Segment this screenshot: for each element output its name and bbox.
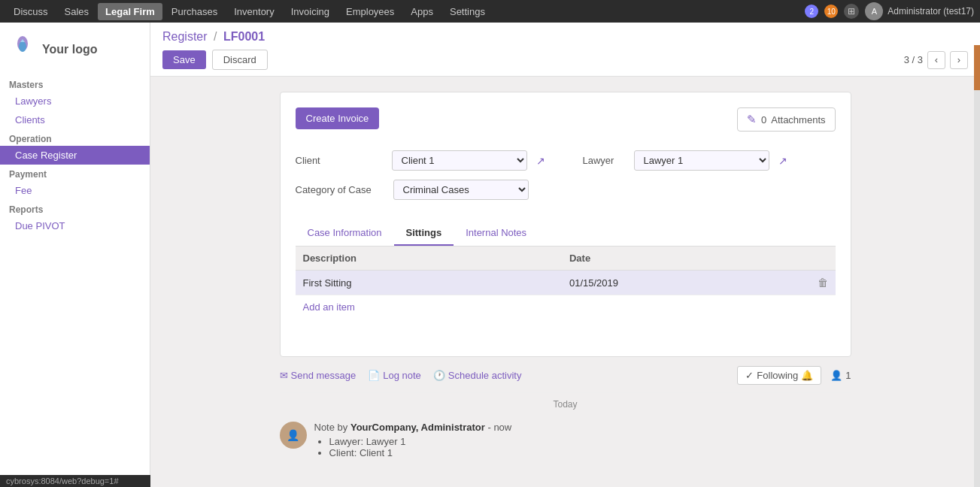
section-payment: Payment — [0, 165, 150, 181]
sittings-table: Description Date First Sitting 01/15/201… — [296, 247, 836, 295]
grid-icon[interactable]: ⊞ — [844, 4, 859, 19]
discuss-badge[interactable]: 2 — [805, 5, 818, 18]
note-avatar: 👤 — [280, 422, 307, 449]
checkmark-icon: ✓ — [745, 370, 754, 381]
chatter-area: ✉ Send message 📄 Log note 🕐 Schedule act… — [280, 366, 851, 458]
add-item-link[interactable]: Add an item — [296, 295, 836, 319]
client-field-group: Client Client 1 ↗ — [296, 150, 545, 171]
delete-sitting-button[interactable]: 🗑 — [818, 277, 828, 289]
sidebar-item-case-register[interactable]: Case Register — [0, 146, 150, 165]
top-nav: Discuss Sales Legal Firm Purchases Inven… — [0, 0, 980, 23]
tab-internal-notes[interactable]: Internal Notes — [454, 221, 539, 246]
send-message-button[interactable]: ✉ Send message — [280, 370, 357, 381]
chatter-note: 👤 Note by YourCompany, Administrator - n… — [280, 422, 851, 458]
breadcrumb-separator: / — [214, 30, 217, 43]
lawyer-select[interactable]: Lawyer 1 — [634, 150, 769, 171]
nav-item-apps[interactable]: Apps — [403, 3, 441, 20]
attachments-label: Attachments — [771, 114, 825, 126]
prev-page-button[interactable]: ‹ — [927, 51, 945, 69]
form-area: Create Invoice ✎ 0 Attachments Client Cl… — [150, 77, 980, 487]
clock-icon: 🕐 — [433, 370, 445, 381]
note-bullet-2: Client: Client 1 — [329, 447, 512, 458]
following-label: Following — [757, 370, 798, 381]
form-fields: Client Client 1 ↗ Lawyer Lawyer 1 ↗ — [296, 150, 836, 209]
chatter-today-divider: Today — [280, 392, 851, 416]
col-date: Date — [562, 247, 810, 271]
category-row: Category of Case Criminal Cases — [296, 180, 836, 200]
sidebar-item-lawyers[interactable]: Lawyers — [0, 92, 150, 110]
nav-right: 2 10 ⊞ A Administrator (test17) — [805, 2, 974, 20]
category-select[interactable]: Criminal Cases — [393, 180, 529, 200]
scrollbar[interactable] — [974, 45, 980, 487]
note-by-text: Note by — [314, 422, 348, 433]
sidebar-item-clients[interactable]: Clients — [0, 110, 150, 129]
schedule-activity-button[interactable]: 🕐 Schedule activity — [433, 370, 522, 381]
person-icon: 👤 — [830, 370, 842, 381]
sidebar-item-due-pivot[interactable]: Due PIVOT — [0, 216, 150, 235]
discard-button[interactable]: Discard — [212, 50, 268, 70]
section-reports: Reports — [0, 200, 150, 216]
user-menu[interactable]: A Administrator (test17) — [865, 2, 974, 20]
client-lawyer-row: Client Client 1 ↗ Lawyer Lawyer 1 ↗ — [296, 150, 836, 171]
nav-item-settings[interactable]: Settings — [442, 3, 493, 20]
client-label: Client — [296, 155, 386, 166]
log-note-button[interactable]: 📄 Log note — [368, 370, 421, 381]
follower-count: 👤 1 — [830, 370, 851, 381]
logo-area[interactable]: Your logo — [0, 30, 150, 75]
nav-item-inventory[interactable]: Inventory — [226, 3, 281, 20]
sitting-description: First Sitting — [296, 271, 562, 295]
form-card: Create Invoice ✎ 0 Attachments Client Cl… — [280, 92, 851, 357]
send-message-icon: ✉ — [280, 370, 288, 381]
form-tabs: Case Information Sittings Internal Notes — [296, 221, 836, 247]
tab-sittings[interactable]: Sittings — [394, 221, 454, 246]
following-button[interactable]: ✓ Following 🔔 — [737, 366, 821, 385]
tab-case-information[interactable]: Case Information — [296, 221, 394, 246]
next-page-button[interactable]: › — [950, 51, 968, 69]
attachments-button[interactable]: ✎ 0 Attachments — [737, 107, 836, 132]
svg-point-1 — [19, 41, 26, 52]
client-select[interactable]: Client 1 — [392, 150, 527, 171]
nav-item-purchases[interactable]: Purchases — [164, 3, 225, 20]
lawyer-label: Lawyer — [583, 155, 628, 166]
note-bullet-1: Lawyer: Lawyer 1 — [329, 436, 512, 447]
client-external-link-icon[interactable]: ↗ — [536, 155, 545, 167]
logo-text: Your logo — [42, 43, 97, 56]
toolbar: Save Discard 3 / 3 ‹ › — [162, 50, 968, 76]
log-note-label: Log note — [383, 370, 421, 381]
content-header: Register / LF0001 Save Discard 3 / 3 ‹ › — [150, 23, 980, 77]
chatter-actions: ✉ Send message 📄 Log note 🕐 Schedule act… — [280, 366, 851, 392]
bell-icon: 🔔 — [801, 370, 813, 381]
nav-item-employees[interactable]: Employees — [338, 3, 402, 20]
scrollbar-thumb[interactable] — [974, 45, 980, 90]
form-footer-space — [296, 319, 836, 341]
table-row: First Sitting 01/15/2019 🗑 — [296, 271, 836, 295]
edit-icon: ✎ — [747, 113, 757, 126]
log-note-icon: 📄 — [368, 370, 380, 381]
activity-badge[interactable]: 10 — [824, 5, 838, 18]
pagination: 3 / 3 ‹ › — [904, 51, 968, 69]
nav-item-invoicing[interactable]: Invoicing — [284, 3, 337, 20]
schedule-activity-label: Schedule activity — [448, 370, 522, 381]
section-operation: Operation — [0, 129, 150, 146]
logo-icon — [9, 36, 36, 63]
lawyer-external-link-icon[interactable]: ↗ — [778, 155, 787, 167]
create-invoice-button[interactable]: Create Invoice — [296, 107, 380, 129]
user-name: Administrator (test17) — [887, 6, 974, 17]
chatter-right: ✓ Following 🔔 👤 1 — [737, 366, 851, 385]
attachments-count: 0 — [761, 114, 766, 126]
note-author: YourCompany, Administrator — [350, 422, 485, 433]
save-button[interactable]: Save — [162, 50, 206, 69]
col-actions — [810, 247, 836, 271]
breadcrumb: Register / LF0001 — [162, 30, 968, 44]
nav-item-sales[interactable]: Sales — [57, 3, 97, 20]
nav-item-legal-firm[interactable]: Legal Firm — [98, 3, 162, 20]
breadcrumb-current: LF0001 — [223, 30, 265, 43]
breadcrumb-parent[interactable]: Register — [162, 30, 208, 43]
sidebar-item-fee[interactable]: Fee — [0, 181, 150, 200]
url-bar: cybrosys:8084/web?debug=1# — [0, 475, 150, 487]
note-content: Note by YourCompany, Administrator - now… — [314, 422, 512, 458]
nav-item-discuss[interactable]: Discuss — [6, 3, 56, 20]
note-time: now — [493, 422, 511, 433]
content-area: Register / LF0001 Save Discard 3 / 3 ‹ ›… — [150, 23, 980, 487]
sidebar: Your logo Masters Lawyers Clients Operat… — [0, 23, 150, 487]
